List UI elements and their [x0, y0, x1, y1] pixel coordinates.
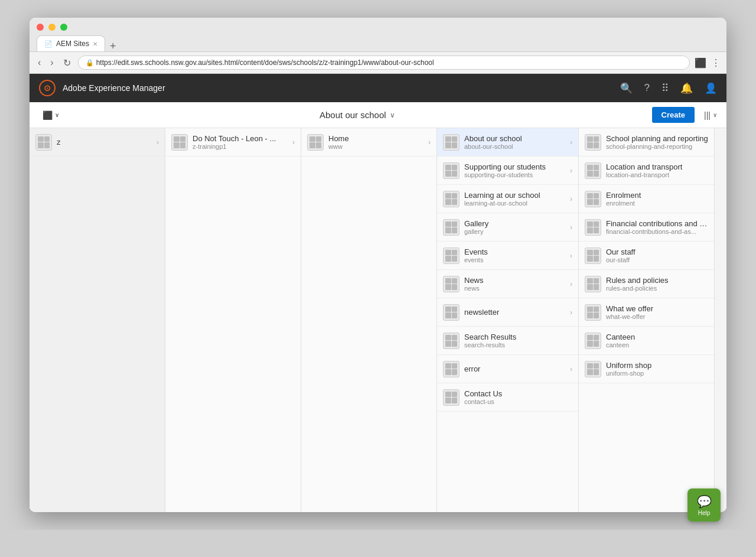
list-item[interactable]: Financial contributions and as... financ…	[579, 213, 714, 242]
aem-logo-icon: ⊙	[44, 83, 51, 93]
list-item[interactable]: News news ›	[437, 270, 578, 298]
list-item[interactable]: Gallery gallery ›	[437, 213, 578, 242]
close-dot[interactable]	[37, 24, 44, 31]
item-name: Search Results	[464, 333, 572, 341]
item-path: events	[464, 256, 565, 263]
nav-bar: ‹ › ↻ 🔒 https://edit.sws.schools.nsw.gov…	[30, 52, 726, 74]
list-item[interactable]: About our school about-our-school ›	[437, 128, 578, 157]
item-name: newsletter	[464, 308, 565, 317]
item-text: Financial contributions and as... financ…	[606, 219, 708, 235]
list-item[interactable]: Canteen canteen	[579, 327, 714, 355]
tab-favicon-icon: 📄	[44, 40, 53, 48]
tab-title: AEM Sites	[56, 40, 89, 48]
item-text: Our staff our-staff	[606, 247, 708, 263]
column-4: About our school about-our-school › Supp…	[437, 128, 579, 512]
new-tab-button[interactable]: +	[105, 41, 121, 51]
notifications-icon[interactable]: 🔔	[680, 82, 693, 95]
list-item[interactable]: z ›	[30, 128, 165, 157]
item-path: learning-at-our-school	[464, 200, 565, 207]
list-item[interactable]: Uniform shop uniform-shop	[579, 355, 714, 383]
view-chevron-icon: ∨	[713, 112, 717, 118]
page-thumbnail-icon	[443, 276, 460, 292]
list-item[interactable]: Events events ›	[437, 242, 578, 270]
search-icon[interactable]: 🔍	[620, 82, 633, 95]
item-text: Canteen canteen	[606, 333, 708, 348]
item-path: enrolment	[606, 200, 708, 207]
help-button[interactable]: 💬 Help	[687, 488, 721, 522]
page-thumbnail-icon	[585, 304, 601, 321]
column-browser: z › Do Not Touch - Leon - ... z-training…	[30, 128, 726, 512]
aem-header: ⊙ Adobe Experience Manager 🔍 ? ⠿ 🔔 👤	[30, 74, 726, 102]
bookmark-icon[interactable]: ⬛	[695, 57, 706, 69]
list-item[interactable]: Enrolment enrolment	[579, 185, 714, 213]
list-item[interactable]: Location and transport location-and-tran…	[579, 157, 714, 185]
item-text: Learning at our school learning-at-our-s…	[464, 191, 565, 207]
list-item[interactable]: Contact Us contact-us	[437, 383, 578, 412]
lock-icon: 🔒	[86, 59, 94, 67]
page-thumbnail-icon	[585, 219, 601, 236]
help-circle-icon[interactable]: ?	[644, 82, 650, 94]
column-3: Home www ›	[301, 128, 437, 512]
item-text: Rules and policies rules-and-policies	[606, 276, 708, 292]
active-tab[interactable]: 📄 AEM Sites ✕	[37, 35, 105, 51]
header-icons: 🔍 ? ⠿ 🔔 👤	[620, 82, 717, 95]
item-path: financial-contributions-and-as...	[606, 228, 708, 235]
item-name: Enrolment	[606, 191, 708, 200]
list-item[interactable]: What we offer what-we-offer	[579, 298, 714, 327]
list-item[interactable]: Our staff our-staff	[579, 242, 714, 270]
page-thumbnail-icon	[443, 162, 460, 179]
help-chat-icon: 💬	[697, 494, 712, 509]
item-name: error	[464, 364, 565, 373]
list-item[interactable]: Do Not Touch - Leon - ... z-trainingp1 ›	[165, 128, 301, 157]
list-item[interactable]: Supporting our students supporting-our-s…	[437, 157, 578, 185]
tab-close-icon[interactable]: ✕	[93, 41, 97, 47]
item-name: Canteen	[606, 333, 708, 341]
list-item[interactable]: Search Results search-results	[437, 327, 578, 355]
menu-icon[interactable]: ⋮	[711, 57, 721, 69]
list-item[interactable]: newsletter ›	[437, 298, 578, 327]
breadcrumb-chevron-icon[interactable]: ∨	[390, 111, 395, 119]
item-name: Contact Us	[464, 389, 572, 398]
list-item[interactable]: Home www ›	[301, 128, 436, 157]
aem-app: ⊙ Adobe Experience Manager 🔍 ? ⠿ 🔔 👤 ⬛ ∨…	[30, 74, 726, 512]
view-toggle-button[interactable]: ||| ∨	[704, 110, 717, 120]
item-text: error	[464, 364, 565, 373]
back-button[interactable]: ‹	[35, 56, 43, 69]
item-text: Gallery gallery	[464, 219, 565, 235]
page-thumbnail-icon	[585, 134, 601, 151]
item-chevron-icon: ›	[570, 365, 572, 373]
user-avatar-icon[interactable]: 👤	[705, 82, 717, 95]
browser-controls	[37, 24, 719, 31]
minimize-dot[interactable]	[48, 24, 56, 31]
apps-icon[interactable]: ⠿	[662, 82, 669, 95]
page-thumbnail-icon	[443, 219, 460, 236]
reload-button[interactable]: ↻	[61, 56, 73, 70]
maximize-dot[interactable]	[60, 24, 67, 31]
item-name: Gallery	[464, 219, 565, 228]
item-text: Supporting our students supporting-our-s…	[464, 162, 565, 178]
browser-titlebar: 📄 AEM Sites ✕ +	[30, 18, 726, 52]
list-item[interactable]: Rules and policies rules-and-policies	[579, 270, 714, 298]
page-thumbnail-icon	[585, 361, 601, 377]
url-bar[interactable]: 🔒 https://edit.sws.schools.nsw.gov.au/si…	[78, 56, 690, 70]
panel-chevron-icon: ∨	[55, 112, 59, 118]
list-item[interactable]: School planning and reporting school-pla…	[579, 128, 714, 157]
item-chevron-icon: ›	[570, 252, 572, 260]
list-item[interactable]: error ›	[437, 355, 578, 383]
item-text: Search Results search-results	[464, 333, 572, 348]
item-path: news	[464, 285, 565, 292]
item-name: Financial contributions and as...	[606, 219, 708, 228]
item-path: location-and-transport	[606, 171, 708, 178]
item-chevron-icon: ›	[292, 138, 295, 146]
item-text: News news	[464, 276, 565, 292]
list-item[interactable]: Learning at our school learning-at-our-s…	[437, 185, 578, 213]
item-chevron-icon: ›	[570, 280, 572, 288]
item-name: Home	[328, 134, 423, 143]
forward-button[interactable]: ›	[48, 56, 56, 69]
item-chevron-icon: ›	[570, 223, 572, 232]
item-path: about-our-school	[464, 143, 565, 150]
item-path: search-results	[464, 341, 572, 348]
item-name: Our staff	[606, 247, 708, 256]
panel-toggle-button[interactable]: ⬛ ∨	[39, 108, 63, 122]
create-button[interactable]: Create	[652, 107, 695, 123]
